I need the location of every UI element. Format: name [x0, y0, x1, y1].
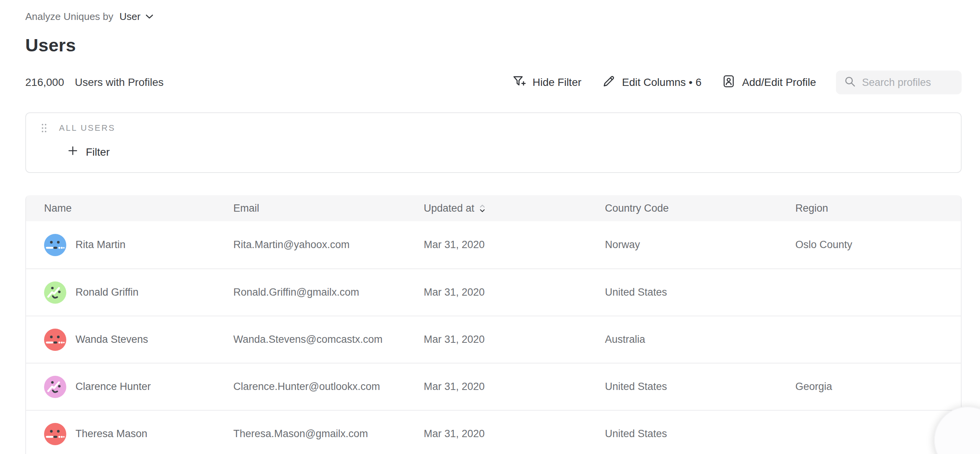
analyze-uniques-dropdown[interactable]: User — [120, 11, 154, 23]
search-input[interactable] — [862, 77, 954, 89]
search-icon — [844, 75, 857, 90]
drag-handle-icon[interactable] — [40, 122, 48, 134]
user-region: Georgia — [795, 381, 961, 393]
add-filter-label: Filter — [86, 146, 110, 158]
plus-icon — [67, 145, 79, 160]
user-updated-at: Mar 31, 2020 — [424, 286, 605, 298]
profiles-count: 216,000 — [25, 76, 64, 89]
analyze-uniques-value: User — [120, 11, 141, 23]
user-email: Wanda.Stevens@comcastx.com — [233, 334, 424, 345]
user-updated-at: Mar 31, 2020 — [424, 428, 605, 440]
user-updated-at: Mar 31, 2020 — [424, 381, 605, 393]
filter-group-header: ALL USERS — [40, 122, 961, 135]
user-email: Theresa.Mason@gmailx.com — [233, 428, 424, 440]
add-edit-profile-button[interactable]: Add/Edit Profile — [721, 74, 816, 91]
user-avatar — [44, 281, 66, 304]
analyze-uniques-label: Analyze Uniques by — [25, 11, 113, 23]
add-edit-profile-label: Add/Edit Profile — [742, 76, 816, 89]
table-body: Rita Martin Rita.Martin@yahoox.com Mar 3… — [26, 221, 961, 454]
toolbar: Hide Filter Edit Columns • 6 Add/Edit Pr… — [512, 71, 962, 94]
column-header-updated-at[interactable]: Updated at — [424, 202, 493, 214]
user-name: Clarence Hunter — [75, 381, 151, 393]
user-avatar — [44, 376, 66, 398]
hide-filter-button[interactable]: Hide Filter — [512, 74, 582, 91]
sort-chevrons-icon[interactable] — [480, 204, 485, 212]
chevron-down-icon — [145, 14, 154, 19]
user-updated-at: Mar 31, 2020 — [424, 239, 605, 251]
page-title: Users — [25, 35, 962, 56]
column-header-label: Email — [233, 202, 259, 214]
user-country-code: United States — [605, 286, 795, 298]
user-avatar — [44, 423, 66, 445]
user-email: Rita.Martin@yahoox.com — [233, 239, 424, 251]
profiles-count-group: 216,000 Users with Profiles — [25, 76, 164, 89]
search-box[interactable] — [836, 71, 962, 94]
table-row[interactable]: Clarence Hunter Clarence.Hunter@outlookx… — [26, 363, 961, 410]
user-country-code: Norway — [605, 239, 795, 251]
table-row[interactable]: Rita Martin Rita.Martin@yahoox.com Mar 3… — [26, 221, 961, 268]
profile-badge-icon — [721, 74, 736, 91]
column-header-region[interactable]: Region — [795, 202, 836, 214]
column-header-label: Region — [795, 202, 828, 214]
main-content: Analyze Uniques by User Users 216,000 Us… — [25, 0, 962, 454]
edit-columns-label: Edit Columns • 6 — [622, 76, 701, 89]
user-country-code: United States — [605, 381, 795, 393]
column-header-name[interactable]: Name — [44, 202, 79, 214]
user-country-code: United States — [605, 428, 795, 440]
user-region: Oslo County — [795, 239, 961, 251]
column-header-label: Updated at — [424, 202, 474, 214]
profiles-count-label: Users with Profiles — [75, 76, 164, 89]
column-header-label: Name — [44, 202, 72, 214]
user-updated-at: Mar 31, 2020 — [424, 334, 605, 345]
user-email: Ronald.Griffin@gmailx.com — [233, 286, 424, 298]
user-avatar — [44, 329, 66, 351]
analyze-uniques-bar: Analyze Uniques by User — [25, 0, 962, 23]
column-header-label: Country Code — [605, 202, 669, 214]
funnel-plus-icon — [512, 74, 526, 91]
user-name: Theresa Mason — [75, 428, 147, 440]
edit-columns-button[interactable]: Edit Columns • 6 — [601, 74, 701, 91]
pencil-icon — [601, 74, 616, 91]
table-header-row: NameEmailUpdated atCountry CodeRegion — [26, 195, 961, 221]
table-row[interactable]: Wanda Stevens Wanda.Stevens@comcastx.com… — [26, 316, 961, 363]
column-header-email[interactable]: Email — [233, 202, 267, 214]
users-table: NameEmailUpdated atCountry CodeRegion Ri… — [25, 195, 962, 454]
user-avatar — [44, 234, 66, 256]
filter-group-label: ALL USERS — [59, 123, 115, 133]
column-header-country-code[interactable]: Country Code — [605, 202, 677, 214]
add-filter-button[interactable]: Filter — [67, 145, 110, 160]
user-name: Rita Martin — [75, 239, 126, 251]
hide-filter-label: Hide Filter — [533, 76, 582, 89]
stats-toolbar-row: 216,000 Users with Profiles Hide Filter … — [25, 70, 962, 95]
user-name: Wanda Stevens — [75, 334, 148, 345]
user-name: Ronald Griffin — [75, 286, 139, 298]
user-email: Clarence.Hunter@outlookx.com — [233, 381, 424, 393]
table-row[interactable]: Theresa Mason Theresa.Mason@gmailx.com M… — [26, 410, 961, 454]
filter-card: ALL USERS Filter — [25, 112, 962, 173]
user-country-code: Australia — [605, 334, 795, 345]
table-row[interactable]: Ronald Griffin Ronald.Griffin@gmailx.com… — [26, 268, 961, 316]
